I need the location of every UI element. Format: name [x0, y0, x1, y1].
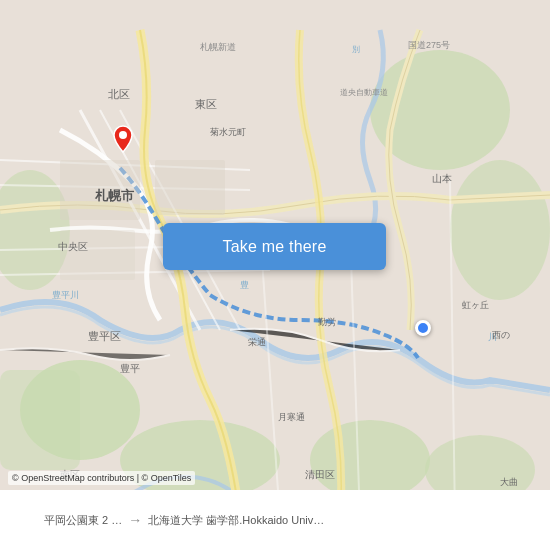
map-container: 北区 東区 札幌市 中央区 豊平区 豊平川 菊水元町 豊平 栄通 山本 川 虹ヶ…: [0, 0, 550, 550]
map-attribution: © OpenStreetMap contributors | © OpenTil…: [8, 471, 195, 485]
svg-text:豊平川: 豊平川: [52, 290, 79, 300]
route-arrow-icon: →: [128, 512, 142, 528]
origin-marker: [112, 125, 134, 153]
svg-text:国道275号: 国道275号: [408, 40, 450, 50]
bottom-bar: m moovit 平岡公園東 2 … → 北海道大学 歯学部.Hokkaido …: [0, 490, 550, 550]
svg-text:西の: 西の: [492, 330, 510, 340]
route-to-label: 北海道大学 歯学部.Hokkaido Univ…: [148, 513, 542, 528]
svg-point-4: [450, 160, 550, 300]
svg-text:大曲: 大曲: [500, 477, 518, 487]
svg-rect-21: [60, 230, 135, 280]
svg-text:道央自動車道: 道央自動車道: [340, 88, 388, 97]
svg-text:別: 別: [352, 45, 360, 54]
svg-text:清田区: 清田区: [305, 469, 335, 480]
svg-point-5: [310, 420, 430, 500]
svg-text:豊: 豊: [240, 280, 249, 290]
svg-text:北区: 北区: [108, 88, 130, 100]
route-from-label: 平岡公園東 2 …: [44, 513, 122, 528]
take-me-there-button[interactable]: Take me there: [163, 223, 386, 270]
svg-text:豊平: 豊平: [120, 363, 140, 374]
svg-point-45: [119, 131, 127, 139]
map-background: 北区 東区 札幌市 中央区 豊平区 豊平川 菊水元町 豊平 栄通 山本 川 虹ヶ…: [0, 0, 550, 550]
svg-text:札幌市: 札幌市: [94, 188, 135, 203]
svg-text:菊水元町: 菊水元町: [210, 127, 246, 137]
route-info: 平岡公園東 2 … → 北海道大学 歯学部.Hokkaido Univ…: [0, 490, 550, 550]
svg-text:中央区: 中央区: [58, 241, 88, 252]
svg-text:山本: 山本: [432, 173, 452, 184]
svg-rect-7: [0, 370, 80, 470]
svg-text:東区: 東区: [195, 98, 217, 110]
destination-marker: [415, 320, 431, 336]
svg-text:栄通: 栄通: [248, 337, 266, 347]
svg-text:勤労: 勤労: [318, 317, 336, 327]
svg-rect-20: [155, 160, 225, 215]
svg-text:札幌新道: 札幌新道: [200, 42, 236, 52]
svg-text:豊平区: 豊平区: [88, 330, 121, 342]
svg-text:虹ヶ丘: 虹ヶ丘: [462, 300, 489, 310]
svg-text:月寒通: 月寒通: [278, 412, 305, 422]
